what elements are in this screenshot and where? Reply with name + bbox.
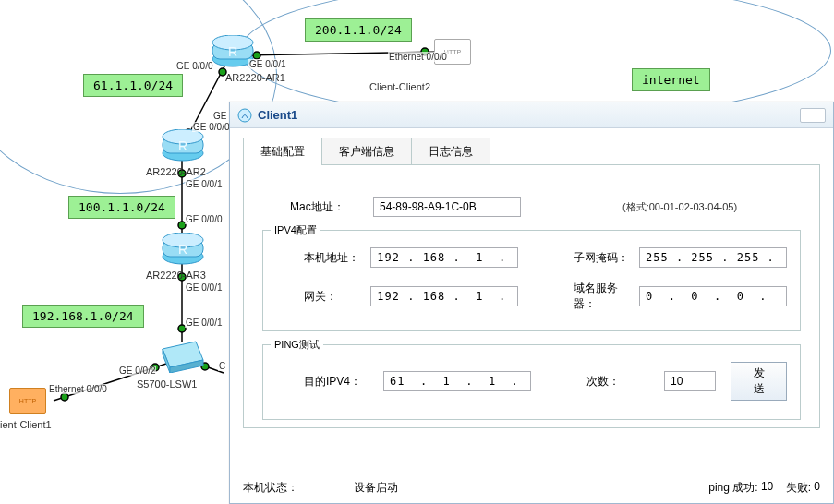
svg-point-14 [61,393,68,401]
svg-text:R: R [178,242,187,257]
ping-ok-label: ping 成功: [708,480,757,496]
dev-ar3: AR2220-AR3 [146,270,206,281]
tab-basic[interactable]: 基础配置 [243,138,322,165]
dns-input[interactable] [639,286,787,306]
port-ar1-g000: GE 0/0/0 [175,61,213,71]
client1-dialog: Client1 — 基础配置 客户端信息 日志信息 Mac地址： (格式:00-… [229,102,834,504]
ping-fail-value: 0 [814,480,820,496]
port-c2-eth: Ethernet 0/0/0 [388,52,448,62]
dialog-title: Client1 [258,108,800,122]
ping-target-input[interactable] [383,371,531,391]
status-bar: 本机状态： 设备启动 ping 成功: 10 失败: 0 [243,474,820,496]
gw-label: 网关： [304,289,370,305]
tab-strip: 基础配置 客户端信息 日志信息 [243,138,824,165]
router-ar3[interactable]: R [161,233,205,266]
dev-c2: Client-Client2 [369,81,430,92]
mac-input[interactable] [373,197,521,217]
ip-input[interactable] [370,247,518,268]
ping-section: PING测试 目的IPV4： 次数： 发送 [262,344,801,420]
port-c1-eth: Ethernet 0/0/0 [48,384,108,394]
ping-fail-label: 失败: [786,480,811,496]
port-lsw-g003: C [218,361,226,371]
client1-icon[interactable]: HTTP [9,388,46,414]
mac-label: Mac地址： [290,199,373,215]
ip-label: 本机地址： [304,250,370,266]
port-ar3-g001: GE 0/0/1 [185,282,223,293]
host-state-label: 本机状态： [243,480,298,496]
ipv4-section: IPV4配置 本机地址： 子网掩码： 网关： 域名服务器： [262,230,801,331]
net-label-61: 61.1.1.0/24 [83,74,183,97]
tab-client[interactable]: 客户端信息 [321,138,412,165]
dev-ar1: AR2220-AR1 [225,72,285,83]
svg-text:R: R [178,138,187,153]
ping-count-label: 次数： [586,374,664,390]
svg-text:R: R [228,44,237,59]
dev-c1: ient-Client1 [0,419,52,430]
ipv4-section-title: IPV4配置 [271,223,320,237]
tab-log[interactable]: 日志信息 [411,138,490,165]
router-ar2[interactable]: R [161,129,205,162]
host-state-value: 设备启动 [354,480,398,496]
switch-lsw1[interactable] [159,338,207,373]
net-label-100: 100.1.1.0/24 [68,196,175,219]
dev-ar2: AR2220-AR2 [146,166,206,177]
app-icon [237,108,252,123]
ping-section-title: PING测试 [271,338,323,352]
ping-target-label: 目的IPV4： [304,374,383,390]
net-label-200: 200.1.1.0/24 [305,18,412,42]
port-lsw-g002: GE 0/0/2 [118,366,156,376]
minimize-button[interactable]: — [800,108,826,123]
send-button[interactable]: 发送 [731,362,787,401]
gw-input[interactable] [370,286,518,306]
port-lsw-g001: GE 0/0/1 [185,318,223,328]
port-ar2-g001: GE 0/0/1 [185,179,223,189]
ping-ok-value: 10 [761,480,773,496]
port-ar2-g000: GE 0/0/0 [192,122,230,132]
mask-input[interactable] [639,247,787,268]
mac-format-note: (格式:00-01-02-03-04-05) [622,200,737,214]
port-ar3-g000: GE 0/0/0 [185,214,223,224]
dns-label: 域名服务器： [574,281,639,312]
dev-lsw: S5700-LSW1 [137,378,197,390]
mask-label: 子网掩码： [574,250,639,266]
net-label-internet: internet [632,68,710,91]
titlebar[interactable]: Client1 — [230,102,833,128]
net-label-192: 192.168.1.0/24 [22,305,144,328]
tab-body: Mac地址： (格式:00-01-02-03-04-05) IPV4配置 本机地… [243,164,820,428]
port-ar1-g001: GE 0/0/1 [248,59,286,69]
ping-count-input[interactable] [664,371,716,391]
